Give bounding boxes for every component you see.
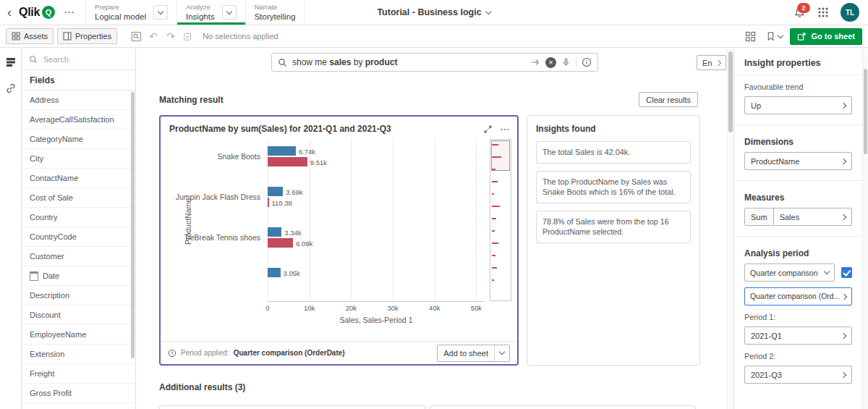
- period1-select[interactable]: 2021-Q1: [744, 326, 852, 345]
- master-items-button[interactable]: [3, 54, 19, 70]
- app-title[interactable]: Tutorial - Business logic: [377, 7, 490, 17]
- nav-dropdown-prepare[interactable]: [153, 5, 168, 20]
- apps-grid-button[interactable]: [817, 7, 829, 18]
- assets-button[interactable]: Assets: [6, 28, 54, 44]
- bar[interactable]: [268, 146, 296, 156]
- selections-tool-button[interactable]: [127, 28, 145, 44]
- insights-found-panel: Insights found The total Sales is 42.04k…: [527, 115, 700, 366]
- bar[interactable]: [268, 187, 283, 196]
- chevron-right-icon: [841, 214, 846, 219]
- clear-query-icon[interactable]: ×: [545, 57, 556, 68]
- field-item[interactable]: Address: [22, 90, 135, 110]
- nlp-search-bar[interactable]: show me sales by product ×: [271, 53, 598, 72]
- avatar[interactable]: TL: [841, 3, 859, 22]
- measure-aggregation: Sum: [745, 208, 774, 225]
- field-item[interactable]: Date: [22, 266, 135, 286]
- bar[interactable]: [268, 268, 281, 277]
- period-applied-label: Period applied:: [181, 349, 229, 357]
- field-item[interactable]: CategoryName: [22, 130, 135, 149]
- bar[interactable]: [268, 157, 307, 166]
- clear-selections-button[interactable]: [179, 28, 197, 44]
- chevron-right-icon: [841, 293, 847, 299]
- fields-search[interactable]: [22, 49, 135, 70]
- additional-result-card-partial[interactable]: [430, 405, 696, 409]
- fields-scrollbar[interactable]: [131, 92, 135, 358]
- info-icon[interactable]: [582, 57, 592, 67]
- field-item[interactable]: Discount: [22, 305, 135, 325]
- go-to-sheet-button[interactable]: Go to sheet: [790, 28, 862, 45]
- add-to-sheet-button[interactable]: Add to sheet: [437, 345, 510, 362]
- fields-search-input[interactable]: [42, 54, 117, 64]
- favourable-trend-select[interactable]: Up: [744, 96, 852, 114]
- chart-more-icon[interactable]: ⋯: [500, 123, 510, 135]
- field-item[interactable]: AverageCallSatisfaction: [22, 110, 135, 130]
- selections-status: No selections applied: [203, 32, 278, 41]
- mic-icon[interactable]: [561, 57, 571, 67]
- field-item[interactable]: CountryCode: [22, 227, 135, 247]
- matching-result-header: Matching result: [159, 95, 224, 105]
- field-item[interactable]: Description: [22, 286, 135, 305]
- apps-grid-icon: [817, 7, 829, 18]
- bar[interactable]: [268, 238, 293, 248]
- bar[interactable]: [268, 227, 281, 237]
- period-type-select[interactable]: Quarter comparison: [744, 263, 835, 282]
- chevron-right-icon: [841, 102, 846, 108]
- matching-result-row: Matching result Clear results: [159, 92, 698, 107]
- notifications-button[interactable]: 2: [793, 7, 806, 19]
- field-item[interactable]: Cost of Sale: [22, 188, 135, 208]
- additional-result-card-partial[interactable]: [159, 405, 425, 409]
- category-label: Snake Boots: [217, 152, 260, 161]
- divider: [576, 56, 576, 68]
- expand-icon[interactable]: [483, 125, 493, 134]
- chart-card[interactable]: ProductName by sum(Sales) for 2021-Q1 an…: [159, 115, 519, 366]
- period2-select[interactable]: 2021-Q3: [744, 366, 852, 384]
- properties-scrollbar[interactable]: [862, 49, 868, 409]
- properties-header: Insight properties: [734, 49, 862, 75]
- sub-toolbar: Assets Properties ↶ ↷ No selections appl…: [0, 25, 868, 48]
- undo-icon[interactable]: ↶: [145, 28, 162, 44]
- toolbar-right: Go to sheet: [741, 28, 862, 45]
- topbar-left: ‹ Qlik Q ⋯: [0, 6, 75, 19]
- dimension-item[interactable]: ProductName: [744, 152, 852, 170]
- insight-item[interactable]: The total Sales is 42.04k.: [536, 141, 691, 164]
- add-to-sheet-dropdown[interactable]: [494, 345, 509, 361]
- insight-advisor-button[interactable]: [741, 28, 759, 44]
- submit-arrow-icon[interactable]: [530, 57, 540, 67]
- scrollbar-thumb[interactable]: [864, 69, 867, 154]
- nav-dropdown-analyze[interactable]: [222, 5, 237, 20]
- nav-analyze[interactable]: AnalyzeInsights: [177, 0, 246, 25]
- measure-item[interactable]: Sum Sales: [744, 208, 852, 226]
- link-button[interactable]: [3, 80, 19, 96]
- period2-label: Period 2:: [744, 352, 852, 360]
- scrollbar-thumb[interactable]: [728, 51, 733, 132]
- properties-button[interactable]: Properties: [57, 28, 117, 44]
- nav-narrate[interactable]: NarrateStorytelling: [246, 0, 305, 25]
- chart-card-footer: Period applied: Quarter comparison (Orde…: [161, 341, 517, 364]
- field-item[interactable]: Gross Profit: [22, 384, 135, 403]
- go-to-sheet-label: Go to sheet: [811, 32, 855, 41]
- field-item[interactable]: Country: [22, 208, 135, 227]
- insight-item[interactable]: The top ProductName by Sales was Snake B…: [536, 171, 691, 203]
- more-icon[interactable]: ⋯: [64, 6, 75, 19]
- redo-icon[interactable]: ↷: [162, 28, 179, 44]
- field-item[interactable]: Extension: [22, 345, 135, 364]
- chart-minimap[interactable]: [490, 139, 511, 301]
- field-item[interactable]: City: [22, 149, 135, 169]
- assets-icon: [12, 32, 20, 41]
- field-item[interactable]: Freight: [22, 364, 135, 384]
- bookmark-button[interactable]: [766, 31, 783, 41]
- sheet-icon: [797, 32, 807, 41]
- nav-prepare[interactable]: PrepareLogical model: [86, 0, 177, 25]
- bar[interactable]: [268, 198, 269, 207]
- field-item[interactable]: Customer: [22, 247, 135, 266]
- language-button[interactable]: En: [697, 55, 726, 70]
- back-icon[interactable]: ‹: [7, 6, 12, 19]
- insight-item[interactable]: 78.8% of Sales were from the top 16 Prod…: [536, 211, 691, 243]
- notification-badge: 2: [797, 3, 810, 13]
- field-item[interactable]: ContactName: [22, 169, 135, 188]
- clear-results-button[interactable]: Clear results: [639, 92, 698, 107]
- period-calendar-select[interactable]: Quarter comparison (Ord...: [744, 287, 852, 305]
- search-query[interactable]: show me sales by product: [292, 57, 525, 67]
- analysis-period-checkbox[interactable]: [841, 267, 852, 278]
- field-item[interactable]: EmployeeName: [22, 325, 135, 345]
